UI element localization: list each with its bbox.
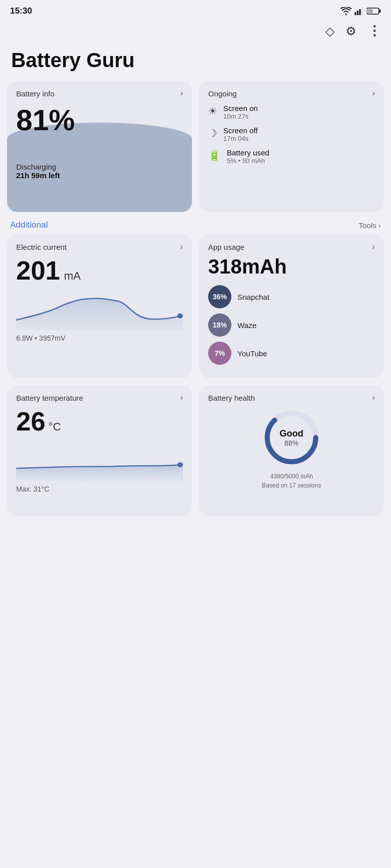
donut-label: Good 88% (280, 428, 304, 447)
battery-icon (367, 7, 381, 15)
top-action-bar: ◇ ⚙ ⋮ (0, 20, 391, 44)
screen-off-value: 17m 04s (223, 135, 258, 142)
app-item-youtube: 7% YouTube (208, 342, 375, 365)
additional-label[interactable]: Additional (10, 220, 48, 230)
screen-on-label: Screen on (223, 104, 258, 113)
svg-rect-3 (362, 7, 363, 15)
screen-off-label: Screen off (223, 126, 258, 135)
app-usage-header: App usage › (208, 242, 375, 251)
more-icon[interactable]: ⋮ (368, 23, 381, 39)
health-chevron: › (372, 393, 375, 402)
electric-title: Electric current (16, 243, 67, 251)
wifi-icon (340, 7, 352, 15)
app-usage-chevron: › (372, 242, 375, 251)
electric-chevron: › (180, 242, 183, 251)
battery-used-label: Battery used (227, 148, 269, 157)
svg-rect-0 (355, 12, 356, 15)
temp-chevron: › (180, 393, 183, 402)
temp-footer: Max: 31°C (16, 485, 183, 493)
battery-used-item: 🔋 Battery used 5% • 50 mAh (208, 148, 375, 165)
ongoing-title: Ongoing (208, 89, 237, 98)
temp-header: Battery temperature › (16, 393, 183, 402)
screen-on-item: ☀ Screen on 10m 27s (208, 104, 375, 120)
app-item-waze: 18% Waze (208, 313, 375, 337)
middle-cards-grid: Electric current › 201 mA 6.8W • 3957mV (0, 234, 391, 378)
battery-info-chevron: › (180, 89, 183, 98)
status-time: 15:30 (10, 6, 32, 16)
svg-rect-1 (357, 11, 359, 15)
svg-point-8 (177, 462, 183, 467)
battery-status-text: Discharging 21h 59m left (16, 162, 183, 180)
temp-chart-svg (16, 441, 183, 481)
ongoing-chevron: › (372, 89, 375, 98)
screen-on-icon: ☀ (208, 105, 217, 117)
tools-label[interactable]: Tools › (359, 221, 381, 230)
bottom-cards-grid: Battery temperature › 26 °C Max: 31°C Ba… (0, 385, 391, 516)
svg-rect-2 (359, 9, 361, 15)
youtube-badge: 7% (208, 342, 231, 365)
screen-on-value: 10m 27s (223, 113, 258, 120)
battery-info-header: Battery info › (7, 81, 192, 98)
settings-icon[interactable]: ⚙ (346, 24, 357, 38)
status-icons (340, 7, 381, 15)
temp-title: Battery temperature (16, 394, 83, 402)
page-title: Battery Guru (0, 44, 391, 81)
svg-rect-5 (379, 10, 381, 13)
app-usage-value: 318mAh (208, 255, 375, 278)
battery-info-card[interactable]: Battery info › 81% Discharging 21h 59m l… (7, 81, 192, 212)
snapchat-badge: 36% (208, 285, 231, 308)
svg-rect-6 (368, 9, 373, 13)
electric-current-card[interactable]: Electric current › 201 mA 6.8W • 3957mV (7, 234, 192, 378)
donut-wrapper: Good 88% (261, 407, 322, 468)
battery-percent: 81% (16, 104, 183, 136)
section-header: Additional Tools › (0, 212, 391, 234)
electric-chart (16, 290, 183, 330)
app-usage-card[interactable]: App usage › 318mAh 36% Snapchat 18% Waze… (199, 234, 384, 378)
ongoing-header: Ongoing › (208, 89, 375, 98)
battery-used-icon: 🔋 (208, 149, 221, 161)
health-donut-container: Good 88% 4380/5000 mAh Based on 17 sessi… (208, 407, 375, 490)
electric-header: Electric current › (16, 242, 183, 251)
donut-good-text: Good (280, 428, 304, 439)
diamond-icon[interactable]: ◇ (325, 24, 334, 38)
battery-temp-card[interactable]: Battery temperature › 26 °C Max: 31°C (7, 385, 192, 516)
app-usage-title: App usage (208, 243, 245, 251)
battery-content: 81% Discharging 21h 59m left (7, 98, 192, 189)
youtube-label: YouTube (237, 349, 267, 358)
screen-off-icon: ☽ (208, 127, 217, 139)
waze-badge: 18% (208, 313, 231, 337)
bottom-pad (0, 516, 391, 526)
battery-time: 21h 59m left (16, 171, 60, 180)
temp-value: 26 °C (16, 406, 183, 437)
electric-footer: 6.8W • 3957mV (16, 334, 183, 342)
waze-label: Waze (237, 321, 257, 330)
signal-icon (355, 7, 364, 15)
electric-chart-svg (16, 290, 183, 330)
screen-off-item: ☽ Screen off 17m 04s (208, 126, 375, 142)
snapchat-label: Snapchat (237, 293, 269, 301)
ongoing-card[interactable]: Ongoing › ☀ Screen on 10m 27s ☽ Screen o… (199, 81, 384, 212)
top-cards-grid: Battery info › 81% Discharging 21h 59m l… (0, 81, 391, 212)
battery-health-card[interactable]: Battery health › Good 88% 4380/5000 mAh … (199, 385, 384, 516)
health-header: Battery health › (208, 393, 375, 402)
donut-pct-text: 88% (280, 439, 304, 447)
battery-used-value: 5% • 50 mAh (227, 157, 269, 165)
health-footer: 4380/5000 mAh Based on 17 sessions (262, 472, 321, 490)
battery-info-title: Battery info (16, 89, 55, 98)
svg-point-7 (177, 313, 183, 318)
app-item-snapchat: 36% Snapchat (208, 285, 375, 308)
status-bar: 15:30 (0, 0, 391, 20)
electric-value: 201 mA (16, 255, 183, 286)
health-title: Battery health (208, 394, 255, 402)
